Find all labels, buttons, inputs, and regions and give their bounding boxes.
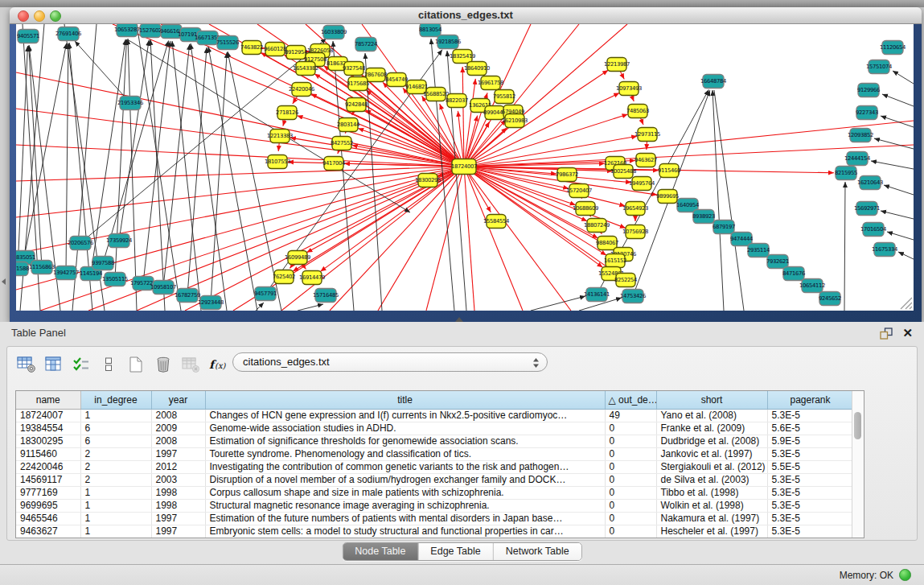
column-header-title[interactable]: title xyxy=(205,391,605,409)
graph-node[interactable]: 16782759 xyxy=(175,289,200,303)
graph-node[interactable]: 22420046 xyxy=(289,83,314,97)
graph-node[interactable]: 19495764 xyxy=(629,177,655,191)
tab-node-table[interactable]: Node Table xyxy=(343,543,418,560)
graph-node[interactable]: 16099489 xyxy=(285,251,310,265)
graph-node[interactable]: 9245652 xyxy=(819,292,841,306)
graph-node[interactable]: 7463822 xyxy=(240,41,263,55)
graph-node[interactable]: 9115460 xyxy=(658,164,680,178)
column-header-year[interactable]: year xyxy=(151,391,205,409)
graph-node[interactable]: 10025488 xyxy=(610,165,636,179)
graph-node[interactable]: 9327548 xyxy=(343,62,365,76)
graph-node[interactable]: 15692971 xyxy=(854,202,880,216)
graph-node[interactable]: 8215955 xyxy=(835,167,857,180)
graph-node[interactable]: 17359924 xyxy=(106,234,132,248)
network-canvas[interactable]: 9405571276914061065328715276029466160107… xyxy=(16,24,914,311)
graph-node[interactable]: 9463627 xyxy=(634,154,657,167)
graph-node[interactable]: 14753426 xyxy=(620,290,646,303)
column-header-out_de[interactable]: △ out_de… xyxy=(605,391,656,409)
graph-node[interactable]: 2718126 xyxy=(276,106,298,120)
graph-node[interactable]: 8471676 xyxy=(782,267,805,281)
graph-node[interactable]: 16543382 xyxy=(293,62,318,76)
graph-node[interactable]: 18640910 xyxy=(464,62,490,76)
graph-node[interactable]: 9417004 xyxy=(322,157,345,171)
graph-node[interactable]: 15716485 xyxy=(313,289,339,303)
graph-node[interactable]: 16033809 xyxy=(321,26,347,39)
graph-node[interactable]: 12213383 xyxy=(267,130,293,143)
graph-node[interactable]: 9227343 xyxy=(856,106,878,120)
graph-node[interactable]: 11120654 xyxy=(880,41,906,55)
graph-node[interactable]: 16648784 xyxy=(700,75,726,89)
float-panel-icon[interactable] xyxy=(880,328,893,343)
table-row[interactable]: 1830029562008Estimation of significance … xyxy=(16,435,853,447)
close-window-button[interactable] xyxy=(18,10,29,22)
graph-node[interactable]: 10653287 xyxy=(114,24,140,37)
graph-node[interactable]: 13942757 xyxy=(53,266,79,280)
tab-network-table[interactable]: Network Table xyxy=(494,543,581,560)
delete-columns-button[interactable] xyxy=(150,352,176,377)
graph-node[interactable]: 14136141 xyxy=(584,288,610,302)
graph-node[interactable]: 7857224 xyxy=(355,38,377,51)
graph-node[interactable]: 8822037 xyxy=(446,94,468,108)
close-panel-icon[interactable]: ✕ xyxy=(902,326,913,340)
graph-node[interactable]: 8427552 xyxy=(331,137,353,150)
graph-node[interactable]: 7955812 xyxy=(493,90,515,104)
graph-node[interactable]: 6879197 xyxy=(713,220,735,234)
zoom-window-button[interactable] xyxy=(50,10,61,22)
window-titlebar[interactable]: citations_edges.txt xyxy=(10,7,922,24)
graph-node[interactable]: 9242848 xyxy=(345,98,368,112)
table-row[interactable]: 946362711997Embryonic stem cells: a mode… xyxy=(16,525,853,538)
graph-node[interactable]: 16914479 xyxy=(299,271,325,285)
graph-node[interactable]: 8252254 xyxy=(614,274,637,287)
create-column-button[interactable] xyxy=(123,352,149,377)
table-row[interactable]: 1456911722003Disruption of a novel membe… xyxy=(16,473,853,486)
select-attributes-button[interactable] xyxy=(68,352,94,377)
graph-node[interactable]: 16210643 xyxy=(857,176,883,190)
graph-node[interactable]: 17016504 xyxy=(860,223,886,237)
graph-node[interactable]: 2803144 xyxy=(337,118,359,132)
graph-node[interactable]: 10973493 xyxy=(616,82,642,96)
graph-node[interactable]: 9129966 xyxy=(857,84,880,97)
graph-node[interactable]: 9397588 xyxy=(92,257,114,270)
graph-node[interactable]: 10756928 xyxy=(622,225,648,239)
graph-node[interactable]: 8813054 xyxy=(419,24,441,37)
graph-node[interactable]: 8454749 xyxy=(385,73,408,87)
table-row[interactable]: 911546021997Tourette syndrome. Phenomeno… xyxy=(16,447,853,460)
graph-node[interactable]: 11156863 xyxy=(29,261,55,274)
graph-node[interactable]: 15751074 xyxy=(866,60,892,74)
graph-node[interactable]: 12213987 xyxy=(604,58,630,72)
collapsed-panel-arrow-icon[interactable] xyxy=(2,278,6,285)
graph-node[interactable]: 19654923 xyxy=(622,202,648,216)
table-row[interactable]: 946554611997Estimation of the future num… xyxy=(16,512,853,525)
column-header-short[interactable]: short xyxy=(656,391,767,409)
function-builder-button[interactable]: f(x) xyxy=(205,352,231,377)
graph-node[interactable]: 8938923 xyxy=(692,210,715,224)
graph-node[interactable]: 7515526 xyxy=(216,36,239,50)
graph-node[interactable]: 18107553 xyxy=(265,155,290,169)
table-select-dropdown[interactable]: citations_edges.txt xyxy=(232,352,548,372)
scrollbar-thumb[interactable] xyxy=(854,412,861,439)
graph-node[interactable]: 18300295 xyxy=(415,174,441,187)
graph-node[interactable]: 3175685 xyxy=(347,77,369,91)
column-header-name[interactable]: name xyxy=(16,391,80,409)
graph-node[interactable]: 20206576 xyxy=(68,237,93,250)
graph-node[interactable]: 16210983 xyxy=(502,114,528,128)
column-header-in_degree[interactable]: in_degree xyxy=(80,391,151,409)
graph-node[interactable]: 7625402 xyxy=(273,270,295,284)
graph-node[interactable]: 12093852 xyxy=(848,129,873,142)
graph-node[interactable]: 15720407 xyxy=(566,184,592,198)
column-header-pagerank[interactable]: pagerank xyxy=(767,391,853,409)
table-row[interactable]: 1872400712008Changes of HCN gene express… xyxy=(16,409,853,422)
show-columns-button[interactable] xyxy=(41,352,67,377)
graph-node[interactable]: 12923448 xyxy=(198,296,224,310)
table-row[interactable]: 969969511998Structural magnetic resonanc… xyxy=(16,499,853,512)
graph-node[interactable]: 9405571 xyxy=(17,30,39,43)
table-vertical-scrollbar[interactable] xyxy=(852,391,864,538)
graph-node[interactable]: 10688609 xyxy=(573,202,598,216)
graph-node[interactable]: 21953346 xyxy=(117,97,143,110)
graph-node[interactable]: 11675334 xyxy=(872,243,897,257)
graph-node[interactable]: 1615152 xyxy=(604,254,626,268)
tab-edge-table[interactable]: Edge Table xyxy=(418,543,493,560)
resize-grip-icon[interactable] xyxy=(901,298,912,309)
table-row[interactable]: 2242004622012Investigating the contribut… xyxy=(16,460,853,473)
graph-node[interactable]: 10654112 xyxy=(799,279,825,293)
